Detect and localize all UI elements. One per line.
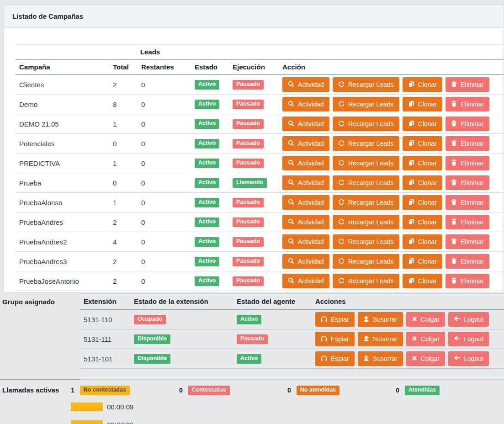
actividad-button[interactable]: Actividad bbox=[282, 77, 329, 92]
call-duration: 00:00:09 bbox=[107, 403, 133, 411]
campaign-name: Potenciales bbox=[16, 134, 109, 154]
campaign-name: PruebaAndres3 bbox=[16, 252, 109, 271]
eliminar-button[interactable]: Eliminar bbox=[446, 274, 489, 288]
search-icon bbox=[288, 101, 294, 108]
extension-row: 5131-101 Disponible Activo Espiar Susurr… bbox=[80, 349, 504, 369]
stat-count: 1 bbox=[71, 387, 74, 394]
execution-badge: Pausado bbox=[233, 276, 264, 286]
recargar-leads-button[interactable]: Recargar Leads bbox=[333, 77, 399, 92]
agent-status-badge: Activo bbox=[237, 354, 261, 364]
recargar-leads-button[interactable]: Recargar Leads bbox=[333, 215, 399, 229]
stat-count: 0 bbox=[287, 387, 291, 394]
leads-group-header-row: Leads bbox=[16, 45, 504, 60]
col-total: Total bbox=[109, 59, 138, 74]
eliminar-button[interactable]: Eliminar bbox=[446, 77, 489, 92]
recargar-leads-button[interactable]: Recargar Leads bbox=[333, 136, 399, 151]
campaign-name: DEMO 21.05 bbox=[16, 114, 109, 134]
call-stat: 0 Atendidas bbox=[396, 386, 504, 395]
copy-icon bbox=[408, 238, 414, 246]
eliminar-button[interactable]: Eliminar bbox=[446, 215, 489, 229]
eliminar-button[interactable]: Eliminar bbox=[446, 195, 489, 210]
susurrar-button[interactable]: Susurrar bbox=[358, 351, 403, 366]
actividad-button[interactable]: Actividad bbox=[282, 117, 329, 131]
arrow-left-icon bbox=[454, 316, 460, 323]
extensions-table-body: 5131-110 Ocupado Activo Espiar Susurrar bbox=[80, 309, 504, 369]
recargar-leads-button[interactable]: Recargar Leads bbox=[333, 274, 399, 288]
actividad-button[interactable]: Actividad bbox=[282, 215, 329, 229]
trash-icon bbox=[451, 179, 457, 187]
clonar-button[interactable]: Clonar bbox=[403, 175, 442, 190]
susurrar-button[interactable]: Susurrar bbox=[358, 332, 403, 346]
campaign-total: 0 bbox=[109, 134, 138, 154]
copy-icon bbox=[408, 101, 414, 108]
actividad-button[interactable]: Actividad bbox=[282, 136, 329, 151]
actividad-button[interactable]: Actividad bbox=[282, 195, 329, 210]
recargar-leads-button[interactable]: Recargar Leads bbox=[333, 156, 399, 170]
clonar-button[interactable]: Clonar bbox=[403, 136, 442, 151]
campaigns-table-body: Clientes 2 0 Activo Pausado Actividad bbox=[16, 74, 504, 291]
logout-button[interactable]: Logout bbox=[448, 332, 489, 346]
actividad-button[interactable]: Actividad bbox=[282, 175, 329, 190]
eliminar-button[interactable]: Eliminar bbox=[446, 254, 489, 269]
active-call-list: 00:00:09 00:00:06 bbox=[71, 403, 504, 424]
recargar-leads-button[interactable]: Recargar Leads bbox=[333, 254, 399, 269]
col-estado: Estado bbox=[191, 59, 229, 74]
susurrar-button[interactable]: Susurrar bbox=[358, 312, 403, 327]
eliminar-button[interactable]: Eliminar bbox=[446, 97, 489, 111]
clonar-button[interactable]: Clonar bbox=[403, 117, 442, 131]
campaign-row: PruebaAndres 2 0 Activo Pausado Activida… bbox=[16, 212, 504, 232]
arrow-left-icon bbox=[454, 355, 460, 362]
trash-icon bbox=[451, 277, 457, 285]
clonar-button[interactable]: Clonar bbox=[403, 156, 442, 170]
espiar-button[interactable]: Espiar bbox=[315, 351, 355, 366]
recargar-leads-button[interactable]: Recargar Leads bbox=[333, 195, 399, 210]
trash-icon bbox=[451, 101, 457, 108]
extension-status-badge: Ocupado bbox=[134, 315, 166, 324]
eliminar-button[interactable]: Eliminar bbox=[446, 117, 489, 131]
clonar-button[interactable]: Clonar bbox=[403, 274, 442, 288]
llamadas-activas-content: 1 No contestadas 0 Contestadas 0 No aten… bbox=[71, 380, 504, 424]
campaign-name: Demo bbox=[16, 95, 109, 114]
actividad-button[interactable]: Actividad bbox=[282, 234, 329, 249]
campaign-restantes: 0 bbox=[138, 193, 191, 212]
campaign-restantes: 0 bbox=[138, 114, 191, 134]
actividad-button[interactable]: Actividad bbox=[282, 274, 329, 288]
call-progress-bar bbox=[71, 420, 103, 424]
clonar-button[interactable]: Clonar bbox=[403, 215, 442, 229]
clonar-button[interactable]: Clonar bbox=[403, 254, 442, 269]
colgar-button[interactable]: Colgar bbox=[406, 312, 445, 327]
actividad-button[interactable]: Actividad bbox=[282, 97, 329, 111]
clonar-button[interactable]: Clonar bbox=[403, 234, 442, 249]
logout-button[interactable]: Logout bbox=[448, 312, 489, 327]
clonar-button[interactable]: Clonar bbox=[403, 97, 442, 111]
eliminar-button[interactable]: Eliminar bbox=[446, 136, 489, 151]
espiar-button[interactable]: Espiar bbox=[315, 332, 355, 346]
campaign-restantes: 0 bbox=[138, 154, 191, 173]
eliminar-button[interactable]: Eliminar bbox=[446, 175, 489, 190]
execution-badge: Pausado bbox=[233, 139, 264, 148]
actividad-button[interactable]: Actividad bbox=[282, 156, 329, 170]
refresh-icon bbox=[338, 179, 345, 187]
actividad-button[interactable]: Actividad bbox=[282, 254, 329, 269]
recargar-leads-button[interactable]: Recargar Leads bbox=[333, 234, 399, 249]
recargar-leads-button[interactable]: Recargar Leads bbox=[333, 117, 399, 131]
eliminar-button[interactable]: Eliminar bbox=[446, 234, 489, 249]
colgar-button[interactable]: Colgar bbox=[406, 332, 445, 346]
campaign-name: Prueba bbox=[16, 173, 109, 193]
espiar-button[interactable]: Espiar bbox=[315, 312, 355, 327]
refresh-icon bbox=[338, 81, 345, 89]
extension-status-badge: Disponible bbox=[134, 334, 170, 344]
search-icon bbox=[288, 81, 294, 89]
campaign-restantes: 0 bbox=[138, 95, 191, 114]
trash-icon bbox=[451, 140, 457, 148]
execution-badge: Pausado bbox=[233, 159, 264, 168]
clonar-button[interactable]: Clonar bbox=[403, 195, 442, 210]
colgar-button[interactable]: Colgar bbox=[406, 351, 445, 366]
eliminar-button[interactable]: Eliminar bbox=[446, 156, 489, 170]
clonar-button[interactable]: Clonar bbox=[403, 77, 442, 92]
search-icon bbox=[288, 258, 294, 265]
col-estado-extension: Estado de la extensión bbox=[130, 294, 233, 310]
logout-button[interactable]: Logout bbox=[448, 351, 489, 366]
recargar-leads-button[interactable]: Recargar Leads bbox=[333, 175, 399, 190]
recargar-leads-button[interactable]: Recargar Leads bbox=[333, 97, 399, 111]
